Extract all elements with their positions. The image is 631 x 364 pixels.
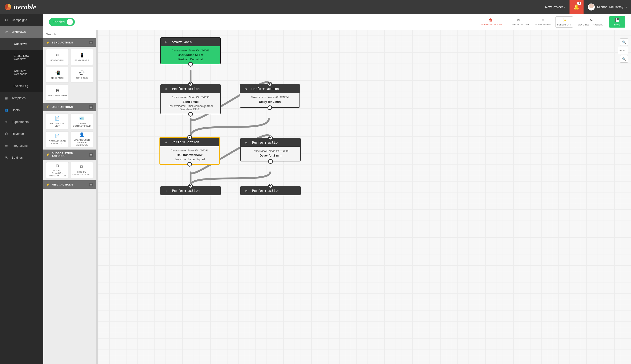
collapse-icon[interactable]: ▭	[89, 183, 93, 186]
nav-users[interactable]: 👥 Users	[0, 104, 43, 116]
align-nodes-button[interactable]: ≡ ALIGN NODES	[533, 16, 552, 28]
collapse-icon[interactable]: ▭	[89, 105, 93, 109]
port-out[interactable]	[188, 112, 193, 116]
port-in[interactable]	[268, 184, 273, 188]
nav-integrations[interactable]: ▭ Integrations	[0, 140, 43, 152]
tile-update-user-profile-webhook[interactable]: 👤 UPDATE USER PROFILE WEBHOOK	[71, 131, 93, 147]
chat-icon: 💬	[79, 70, 84, 76]
zoom-in-button[interactable]: 🔍	[620, 38, 628, 46]
node-sub: Postcard Demo List	[164, 58, 217, 61]
nav-workflows[interactable]: ☍ Workflows	[0, 26, 43, 38]
port-in[interactable]	[268, 136, 273, 140]
node-sub: Inkit – Bite Squad	[164, 158, 216, 161]
chevron-down-icon: ▾	[625, 6, 627, 8]
save-button[interactable]: 💾 SAVE	[609, 16, 625, 28]
workflow-canvas[interactable]: 🔍 RESET 🔍 ▷ Start when	[98, 30, 631, 364]
nav-campaigns[interactable]: ✉ Campaigns	[0, 14, 43, 26]
node-action-7[interactable]: ◷ Perform action	[240, 186, 301, 195]
clone-selected-button[interactable]: ⧉ CLONE SELECTED	[506, 16, 530, 28]
node-header: Perform action	[252, 189, 280, 192]
nav-templates[interactable]: ▤ Templates	[0, 92, 43, 104]
tile-label: SEND PUSH	[50, 77, 65, 80]
tile-remove-user-from-list[interactable]: 📄 REMOVE USER FROM LIST	[46, 131, 69, 147]
collapse-icon[interactable]: ▭	[89, 41, 93, 44]
tile-label: SEND SMS	[75, 77, 89, 80]
tile-change-contact-field[interactable]: 🪪 CHANGE CONTACT FIELD	[71, 114, 93, 130]
tile-modify-message-type[interactable]: ⧉ MODIFY MESSAGE TYPE…	[71, 162, 93, 178]
tile-send-in-app[interactable]: 📱 SEND IN APP	[71, 49, 93, 65]
subnav-events-log[interactable]: Events Log	[0, 80, 43, 92]
tile-send-push[interactable]: 📲 SEND PUSH	[46, 67, 69, 83]
port-in[interactable]	[267, 82, 272, 86]
tile-modify-channel-subscription[interactable]: ⧉ MODIFY CHANNEL SUBSCRIPTION	[46, 162, 69, 178]
subnav-label: Create New Workflow	[14, 54, 39, 61]
user-menu[interactable]: Michael McCarthy ▾	[583, 0, 631, 14]
profile-icon: 👤	[79, 132, 84, 138]
tile-send-sms[interactable]: 💬 SEND SMS	[71, 67, 93, 83]
tile-label: REMOVE USER FROM LIST	[46, 140, 69, 145]
send-actions-grid: ✉ SEND EMAIL 📱 SEND IN APP 📲 SEND PUSH 💬…	[43, 47, 96, 103]
phone-icon: 📱	[79, 52, 84, 58]
node-start[interactable]: ▷ Start when 0 users here | Node ID: 180…	[160, 38, 221, 64]
port-in[interactable]	[187, 135, 192, 140]
workflow-icon: ☍	[4, 30, 9, 34]
node-header: Perform action	[172, 189, 200, 192]
send-test-trigger-button[interactable]: ➤ SEND TEST TRIGGER…	[576, 16, 606, 28]
section-title: USER ACTIONS	[52, 106, 73, 108]
brand-logo[interactable]: iterable	[5, 3, 36, 11]
section-misc-actions[interactable]: ⚡ MISC. ACTIONS ▭	[43, 180, 96, 189]
nav-experiments[interactable]: ⚛ Experiments	[0, 116, 43, 128]
port-out[interactable]	[187, 162, 192, 166]
zoom-out-button[interactable]: 🔍	[620, 55, 628, 62]
tile-add-user-to-list[interactable]: 📄 ADD USER TO LIST	[46, 114, 69, 130]
node-meta: 0 users here | Node ID: 180093	[244, 150, 297, 152]
scrollbar-thumb[interactable]	[96, 38, 98, 49]
palette-search-input[interactable]	[43, 30, 96, 38]
section-subscription-actions[interactable]: ⚡ SUBSCRIPTION ACTIONS ▭	[43, 150, 96, 160]
clock-icon: ◷	[243, 87, 248, 91]
node-action-6[interactable]: ⩍ Perform action	[160, 186, 221, 195]
left-nav: ✉ Campaigns ☍ Workflows Workflows Create…	[0, 14, 43, 364]
section-title: SEND ACTIONS	[52, 41, 73, 44]
zoom-reset-button[interactable]: RESET	[618, 47, 628, 54]
nav-label: Campaigns	[12, 18, 27, 22]
subnav-label: Workflows	[14, 42, 27, 46]
nav-revenue[interactable]: ⛁ Revenue	[0, 128, 43, 140]
nav-label: Workflows	[12, 30, 26, 34]
delete-selected-button[interactable]: 🗑 DELETE SELECTED	[478, 16, 503, 28]
section-title: SUBSCRIPTION ACTIONS	[52, 152, 87, 158]
tool-label: SELECT OFF	[557, 23, 571, 26]
port-in[interactable]	[188, 82, 193, 86]
envelope-icon: ✉	[4, 18, 9, 22]
subnav-create-workflow[interactable]: Create New Workflow	[0, 50, 43, 65]
collapse-icon[interactable]: ▭	[89, 153, 93, 156]
node-send-email[interactable]: ✉ Perform action 0 users here | Node ID:…	[160, 84, 221, 114]
subnav-workflows[interactable]: Workflows	[0, 38, 43, 50]
avatar-icon	[588, 4, 595, 10]
align-icon: ≡	[542, 18, 544, 22]
section-title: MISC. ACTIONS	[52, 183, 73, 186]
enabled-toggle[interactable]: Enabled	[49, 18, 75, 26]
nav-settings[interactable]: 🛠 Settings	[0, 152, 43, 164]
tile-send-email[interactable]: ✉ SEND EMAIL	[46, 49, 69, 65]
node-delay-2[interactable]: ◷ Perform action 0 users here | Node ID:…	[240, 138, 301, 162]
notifications-button[interactable]: 🔔 9	[569, 0, 583, 14]
port-in[interactable]	[188, 184, 193, 188]
palette-panel: ⚡ SEND ACTIONS ▭ ✉ SEND EMAIL 📱 SEND IN …	[43, 30, 98, 364]
clone-icon: ⧉	[517, 18, 519, 22]
brand-mark-icon	[5, 4, 11, 10]
port-out[interactable]	[188, 62, 193, 66]
section-user-actions[interactable]: ⚡ USER ACTIONS ▭	[43, 103, 96, 111]
port-out[interactable]	[267, 105, 272, 110]
tile-send-web-push[interactable]: 🖥 SEND WEB PUSH	[46, 84, 69, 100]
subscription-actions-grid: ⧉ MODIFY CHANNEL SUBSCRIPTION ⧉ MODIFY M…	[43, 160, 96, 180]
select-off-button[interactable]: ✨ SELECT OFF	[555, 16, 573, 28]
node-delay-1[interactable]: ◷ Perform action 0 users here | Node ID:…	[240, 84, 300, 108]
port-out[interactable]	[268, 159, 273, 164]
project-dropdown[interactable]: New Project ▾	[541, 0, 569, 14]
clock-icon: ◷	[244, 189, 249, 192]
top-bar: iterable New Project ▾ 🔔 9 Michael McCar…	[0, 0, 631, 14]
subnav-workflow-webhooks[interactable]: Workflow Webhooks	[0, 65, 43, 80]
section-send-actions[interactable]: ⚡ SEND ACTIONS ▭	[43, 38, 96, 47]
node-call-webhook[interactable]: ⩍ Perform action 0 users here | Node ID:…	[160, 137, 220, 165]
